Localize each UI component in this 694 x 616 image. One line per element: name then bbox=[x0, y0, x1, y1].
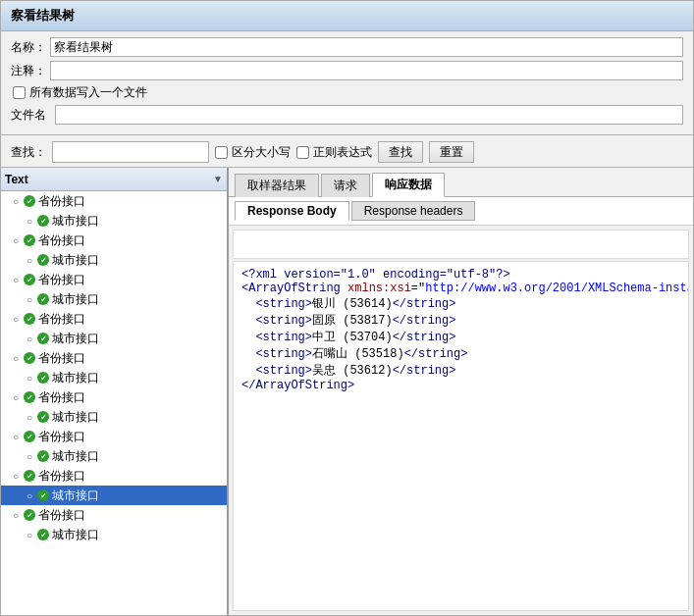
expand-icon: ○ bbox=[9, 508, 23, 522]
main-area: Text ▼ ○ ✓ 省份接口 ○ ✓ 城市接口 ○ bbox=[1, 168, 693, 615]
tree-item[interactable]: ○ ✓ 省份接口 bbox=[1, 387, 227, 407]
item-label: 省份接口 bbox=[38, 350, 85, 367]
tree-item[interactable]: ○ ✓ 城市接口 bbox=[1, 329, 227, 348]
check-icon: ✓ bbox=[23, 312, 36, 326]
expand-icon: ○ bbox=[23, 214, 36, 228]
expand-icon: ○ bbox=[9, 351, 23, 365]
check-icon: ✓ bbox=[23, 273, 36, 286]
tree-dropdown-arrow[interactable]: ▼ bbox=[213, 174, 223, 184]
tab-request[interactable]: 请求 bbox=[321, 174, 370, 197]
expand-icon: ○ bbox=[23, 371, 36, 385]
green-check-icon: ✓ bbox=[24, 391, 35, 403]
separator1 bbox=[1, 134, 693, 135]
all-data-checkbox[interactable] bbox=[13, 86, 26, 99]
check-icon: ✓ bbox=[36, 253, 50, 267]
xml-string4-text: 石嘴山 (53518) bbox=[312, 347, 404, 361]
green-check-icon: ✓ bbox=[24, 234, 35, 246]
search-bar: 查找： 区分大小写 正则表达式 查找 重置 bbox=[1, 137, 693, 167]
expand-icon: ○ bbox=[23, 528, 36, 541]
green-check-icon: ✓ bbox=[24, 352, 35, 364]
tree-item[interactable]: ○ ✓ 城市接口 bbox=[1, 289, 227, 309]
check-icon: ✓ bbox=[23, 469, 36, 483]
all-data-checkbox-row: 所有数据写入一个文件 bbox=[11, 84, 683, 101]
tree-item[interactable]: ○ ✓ 城市接口 bbox=[1, 368, 227, 387]
reset-button[interactable]: 重置 bbox=[429, 141, 474, 163]
comment-input[interactable] bbox=[50, 61, 683, 80]
subtab-response-body[interactable]: Response Body bbox=[235, 201, 349, 221]
check-icon: ✓ bbox=[23, 351, 36, 365]
item-label: 城市接口 bbox=[52, 331, 99, 347]
tab-sampler-result[interactable]: 取样器结果 bbox=[235, 174, 319, 197]
name-input[interactable] bbox=[50, 37, 683, 57]
xml-array-open: <ArrayOfString bbox=[241, 282, 341, 295]
file-input[interactable] bbox=[55, 105, 683, 125]
expand-icon: ○ bbox=[23, 332, 36, 345]
check-icon: ✓ bbox=[36, 371, 50, 385]
item-label: 城市接口 bbox=[52, 291, 99, 308]
xml-string2-text: 固原 (53817) bbox=[312, 314, 393, 328]
green-check-icon: ✓ bbox=[37, 293, 49, 305]
expand-icon: ○ bbox=[23, 410, 36, 424]
item-label: 省份接口 bbox=[38, 311, 85, 328]
check-icon: ✓ bbox=[23, 508, 36, 522]
tree-item[interactable]: ○ ✓ 城市接口 bbox=[1, 211, 227, 231]
check-icon: ✓ bbox=[36, 528, 50, 541]
tree-item[interactable]: ○ ✓ 省份接口 bbox=[1, 505, 227, 525]
xml-string3-open: <string> bbox=[255, 331, 312, 344]
tree-item[interactable]: ○ ✓ 省份接口 bbox=[1, 191, 227, 211]
expand-icon: ○ bbox=[23, 449, 36, 463]
name-label: 名称： bbox=[11, 39, 50, 56]
green-check-icon: ✓ bbox=[24, 431, 35, 442]
expand-icon: ○ bbox=[9, 194, 23, 208]
subtab-response-headers[interactable]: Response headers bbox=[351, 201, 476, 221]
item-label: 城市接口 bbox=[52, 448, 99, 465]
item-label: 省份接口 bbox=[38, 468, 85, 485]
green-check-icon: ✓ bbox=[37, 411, 49, 423]
item-label: 省份接口 bbox=[38, 429, 85, 445]
response-body-content: <?xml version="1.0" encoding="utf-8"?> <… bbox=[233, 261, 689, 611]
tree-item[interactable]: ○ ✓ 省份接口 bbox=[1, 427, 227, 446]
tree-item[interactable]: ○ ✓ 省份接口 bbox=[1, 270, 227, 289]
xml-string1-open: <string> bbox=[255, 297, 312, 311]
tree-item[interactable]: ○ ✓ 省份接口 bbox=[1, 348, 227, 368]
green-check-icon: ✓ bbox=[37, 489, 49, 501]
item-label: 省份接口 bbox=[38, 232, 85, 249]
item-label: 省份接口 bbox=[38, 389, 85, 406]
tree-body: ○ ✓ 省份接口 ○ ✓ 城市接口 ○ ✓ 省份接口 ○ bbox=[1, 191, 227, 615]
tree-item[interactable]: ○ ✓ 城市接口 bbox=[1, 250, 227, 270]
item-label: 城市接口 bbox=[52, 370, 99, 386]
tree-item[interactable]: ○ ✓ 省份接口 bbox=[1, 466, 227, 486]
case-checkbox[interactable] bbox=[215, 146, 228, 159]
case-label: 区分大小写 bbox=[232, 144, 291, 161]
xml-string1-text: 银川 (53614) bbox=[312, 297, 393, 311]
tree-item[interactable]: ○ ✓ 城市接口 bbox=[1, 407, 227, 427]
green-check-icon: ✓ bbox=[24, 274, 35, 285]
tree-item[interactable]: ○ ✓ 省份接口 bbox=[1, 309, 227, 329]
tree-item-selected[interactable]: ○ ✓ 城市接口 bbox=[1, 486, 227, 505]
tab-response-data[interactable]: 响应数据 bbox=[372, 173, 445, 197]
xml-attr-xsi-val: http://www.w3.org/2001/XMLSchema-instanc… bbox=[425, 282, 689, 295]
xml-string4-close: </string> bbox=[404, 347, 468, 361]
regex-checkbox[interactable] bbox=[296, 146, 309, 159]
window-title: 察看结果树 bbox=[11, 8, 75, 23]
tree-item[interactable]: ○ ✓ 省份接口 bbox=[1, 231, 227, 250]
expand-icon: ○ bbox=[9, 312, 23, 326]
search-label: 查找： bbox=[11, 144, 46, 161]
check-icon: ✓ bbox=[23, 390, 36, 404]
tree-item[interactable]: ○ ✓ 城市接口 bbox=[1, 446, 227, 466]
green-check-icon: ✓ bbox=[24, 509, 35, 521]
check-icon: ✓ bbox=[36, 214, 50, 228]
green-check-icon: ✓ bbox=[24, 470, 35, 482]
xml-string5-open: <string> bbox=[255, 364, 312, 378]
xml-string1-close: </string> bbox=[393, 297, 456, 311]
tree-item[interactable]: ○ ✓ 城市接口 bbox=[1, 525, 227, 544]
xml-string5-text: 吴忠 (53612) bbox=[312, 364, 393, 378]
search-input[interactable] bbox=[52, 141, 209, 163]
expand-icon: ○ bbox=[23, 488, 36, 502]
expand-icon: ○ bbox=[9, 390, 23, 404]
response-header-input[interactable] bbox=[233, 230, 689, 259]
file-row: 文件名 bbox=[11, 105, 683, 125]
find-button[interactable]: 查找 bbox=[378, 141, 423, 163]
xml-declaration: <?xml version="1.0" encoding="utf-8"?> bbox=[241, 268, 510, 282]
tree-header-label: Text bbox=[5, 173, 213, 186]
